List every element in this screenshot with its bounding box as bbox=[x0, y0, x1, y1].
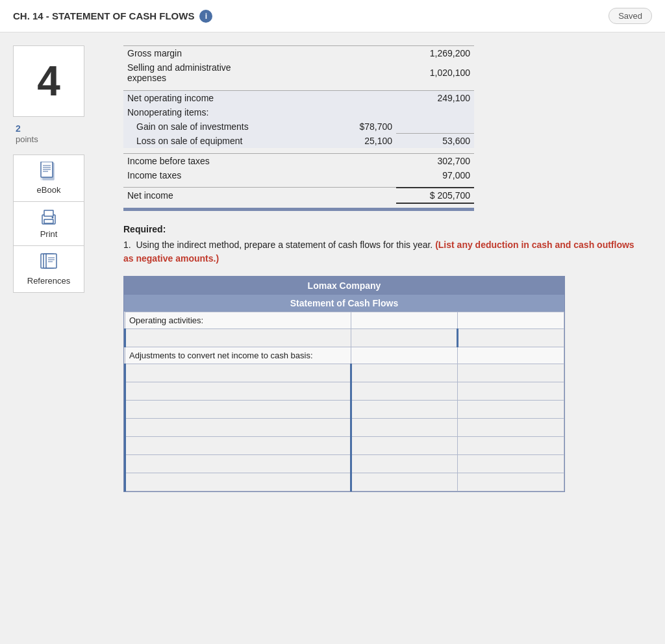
cf-adj-amount-3[interactable] bbox=[352, 402, 457, 417]
table-row[interactable] bbox=[125, 454, 564, 473]
cf-adj-amount-6[interactable] bbox=[352, 456, 457, 471]
print-label: Print bbox=[40, 229, 58, 239]
page-header: CH. 14 - STATEMENT OF CASH FLOWS i Saved bbox=[0, 0, 665, 32]
cf-adj-label-7[interactable] bbox=[126, 475, 350, 489]
cf-adj-amount-5[interactable] bbox=[352, 438, 457, 453]
header-left: CH. 14 - STATEMENT OF CASH FLOWS i bbox=[13, 10, 212, 23]
cf-table: Operating activities: bbox=[124, 312, 564, 491]
info-icon[interactable]: i bbox=[199, 10, 212, 23]
cash-flow-container: Lomax Company Statement of Cash Flows Op… bbox=[123, 276, 565, 492]
print-icon bbox=[40, 208, 58, 227]
table-row: Adjustments to convert net income to cas… bbox=[125, 347, 564, 364]
references-button[interactable]: References bbox=[13, 245, 84, 293]
cf-adj-label-2[interactable] bbox=[126, 384, 350, 399]
table-row[interactable] bbox=[125, 328, 564, 347]
cf-company-name: Lomax Company bbox=[124, 277, 564, 295]
table-row: Net operating income 249,100 bbox=[123, 90, 474, 105]
cf-total-input-1[interactable] bbox=[458, 330, 564, 345]
ebook-label: eBook bbox=[37, 185, 61, 195]
operating-activities-label: Operating activities: bbox=[125, 312, 351, 328]
cf-statement-title: Statement of Cash Flows bbox=[124, 295, 564, 312]
cf-adj-amount-1[interactable] bbox=[352, 365, 457, 380]
svg-point-10 bbox=[52, 217, 54, 219]
required-instruction: 1. Using the indirect method, prepare a … bbox=[123, 238, 646, 266]
table-row bbox=[123, 182, 474, 188]
table-row[interactable] bbox=[125, 436, 564, 454]
instruction-number: 1. bbox=[123, 240, 134, 250]
table-row: Net income $ 205,700 bbox=[123, 188, 474, 203]
table-row: Income taxes 97,000 bbox=[123, 168, 474, 182]
ebook-icon bbox=[40, 162, 58, 182]
references-icon bbox=[40, 253, 58, 273]
table-row: Selling and administrativeexpenses 1,020… bbox=[123, 60, 474, 85]
svg-rect-13 bbox=[46, 254, 56, 268]
table-row bbox=[123, 208, 474, 211]
table-row: Loss on sale of equipment 25,100 53,600 bbox=[123, 134, 474, 149]
table-row[interactable] bbox=[125, 473, 564, 491]
cf-adj-amount-2[interactable] bbox=[352, 384, 457, 399]
points-value: 2 bbox=[16, 123, 38, 134]
table-row[interactable] bbox=[125, 418, 564, 436]
table-row: Income before taxes 302,700 bbox=[123, 153, 474, 168]
cf-adj-label-6[interactable] bbox=[126, 456, 350, 471]
table-row bbox=[123, 203, 474, 208]
saved-badge: Saved bbox=[609, 8, 652, 24]
adjustments-label: Adjustments to convert net income to cas… bbox=[125, 347, 351, 364]
table-row: Gross margin 1,269,200 bbox=[123, 46, 474, 61]
content-area: Gross margin 1,269,200 Selling and admin… bbox=[117, 45, 652, 492]
page-title: CH. 14 - STATEMENT OF CASH FLOWS bbox=[13, 10, 194, 21]
cf-adj-label-3[interactable] bbox=[126, 402, 350, 417]
table-row[interactable] bbox=[125, 364, 564, 382]
cf-adj-label-5[interactable] bbox=[126, 438, 350, 453]
references-label: References bbox=[27, 276, 70, 286]
table-row bbox=[123, 148, 474, 153]
table-row: Operating activities: bbox=[125, 312, 564, 328]
sidebar: 4 2 points eBook Print bbox=[13, 45, 117, 492]
points-label: 2 points bbox=[13, 123, 38, 144]
table-row[interactable] bbox=[125, 382, 564, 400]
cf-adj-amount-7[interactable] bbox=[352, 475, 457, 489]
main-content: 4 2 points eBook Print bbox=[0, 32, 665, 505]
required-title: Required: bbox=[123, 224, 646, 234]
cf-adj-label-4[interactable] bbox=[126, 420, 350, 435]
required-section: Required: 1. Using the indirect method, … bbox=[123, 224, 646, 266]
points-text: points bbox=[16, 134, 38, 144]
table-row: Nonoperating items: bbox=[123, 105, 474, 119]
instruction-text: Using the indirect method, prepare a sta… bbox=[136, 240, 435, 250]
table-row bbox=[123, 85, 474, 90]
table-row: Gain on sale of investments $78,700 bbox=[123, 119, 474, 134]
cf-adj-label-1[interactable] bbox=[126, 365, 350, 380]
svg-rect-8 bbox=[44, 210, 53, 216]
table-row[interactable] bbox=[125, 400, 564, 418]
svg-rect-9 bbox=[44, 219, 53, 223]
income-statement-table: Gross margin 1,269,200 Selling and admin… bbox=[123, 45, 474, 211]
print-button[interactable]: Print bbox=[13, 201, 84, 246]
cf-adj-amount-4[interactable] bbox=[352, 420, 457, 435]
cf-label-input-1[interactable] bbox=[126, 330, 351, 345]
ebook-button[interactable]: eBook bbox=[13, 155, 84, 202]
question-number: 4 bbox=[13, 45, 84, 117]
